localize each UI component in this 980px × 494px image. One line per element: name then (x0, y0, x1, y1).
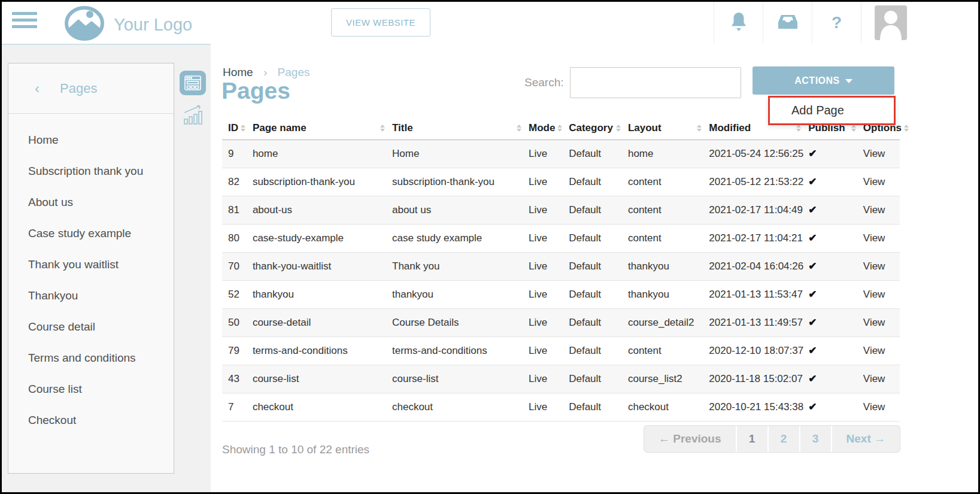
cell-layout: home (628, 140, 709, 168)
view-link[interactable]: View (863, 224, 900, 252)
hamburger-menu-icon[interactable] (12, 12, 37, 32)
sidebar-item-checkout[interactable]: Checkout (8, 405, 174, 436)
sort-arrows-icon[interactable] (851, 125, 856, 132)
cell-mode: Live (529, 337, 569, 365)
cell-category: Default (569, 140, 628, 168)
menu-item-add-page[interactable]: Add Page (770, 98, 894, 123)
publish-check-icon: ✔ (808, 365, 863, 393)
breadcrumb-separator: › (263, 66, 267, 78)
cell-modified: 2021-01-13 11:49:57 (709, 308, 808, 337)
cell-title: thankyou (392, 280, 529, 308)
cell-modified: 2021-02-04 16:04:26 (709, 252, 808, 280)
cell-layout: content (628, 224, 709, 252)
cell-modified: 2020-11-18 15:02:07 (709, 365, 808, 393)
cell-modified: 2021-02-17 11:04:49 (709, 196, 808, 224)
pages-table: IDPage nameTitleModeCategoryLayoutModifi… (222, 117, 900, 422)
notifications-button[interactable] (714, 2, 763, 44)
sort-arrows-icon[interactable] (904, 125, 909, 132)
previous-page-button[interactable]: ← Previous (644, 426, 737, 452)
publish-check-icon: ✔ (808, 337, 863, 365)
back-chevron-icon[interactable]: ‹ (35, 80, 40, 97)
sort-arrows-icon[interactable] (557, 125, 562, 132)
top-bar: Your Logo VIEW WEBSITE (2, 2, 978, 45)
view-link[interactable]: View (863, 365, 900, 393)
pages-module-icon[interactable] (180, 71, 206, 95)
cell-category: Default (569, 196, 628, 224)
bell-icon (730, 11, 748, 34)
page-button-3[interactable]: 3 (800, 426, 832, 452)
avatar (875, 5, 907, 40)
sidebar-item-course-list[interactable]: Course list (8, 374, 174, 405)
view-website-button[interactable]: VIEW WEBSITE (331, 8, 430, 37)
page-button-2[interactable]: 2 (769, 426, 800, 452)
column-header-mode[interactable]: Mode (529, 117, 569, 140)
sidebar-item-thank-you-waitlist[interactable]: Thank you waitlist (8, 249, 174, 280)
view-link[interactable]: View (863, 337, 900, 365)
logo[interactable]: Your Logo (63, 5, 192, 44)
cell-id: 52 (222, 280, 253, 308)
app-window: Your Logo VIEW WEBSITE (0, 0, 980, 494)
pagination: ← Previous 123 Next → (644, 425, 900, 453)
next-page-button[interactable]: Next → (832, 426, 900, 452)
cell-id: 80 (222, 224, 253, 252)
sort-arrows-icon[interactable] (697, 125, 702, 132)
view-link[interactable]: View (863, 393, 900, 421)
column-header-layout[interactable]: Layout (628, 117, 709, 140)
view-link[interactable]: View (863, 168, 900, 196)
view-link[interactable]: View (863, 308, 900, 337)
publish-check-icon: ✔ (808, 308, 863, 337)
logo-text: Your Logo (114, 15, 192, 35)
sidebar: ‹ Pages HomeSubscription thank youAbout … (8, 63, 174, 474)
sidebar-item-thankyou[interactable]: Thankyou (8, 280, 174, 311)
sort-arrows-icon[interactable] (517, 125, 521, 132)
cell-layout: content (628, 196, 709, 224)
user-menu[interactable] (861, 2, 978, 44)
sort-arrows-icon[interactable] (380, 125, 385, 132)
column-header-page-name[interactable]: Page name (253, 117, 392, 140)
page-number-buttons: 123 (737, 426, 832, 452)
search-input[interactable] (570, 67, 741, 98)
cell-page-name: course-detail (253, 308, 392, 337)
actions-button[interactable]: ACTIONS (753, 66, 894, 95)
sidebar-item-terms-and-conditions[interactable]: Terms and conditions (8, 343, 174, 374)
question-icon: ? (832, 13, 842, 32)
cell-modified: 2021-05-24 12:56:25 (709, 140, 808, 168)
cell-title: course-list (392, 365, 529, 393)
view-link[interactable]: View (863, 196, 900, 224)
cell-layout: course_detail2 (628, 308, 709, 337)
cell-page-name: subscription-thank-you (253, 168, 392, 196)
breadcrumb-home-link[interactable]: Home (223, 66, 253, 78)
sort-arrows-icon[interactable] (616, 125, 621, 132)
sidebar-item-subscription-thank-you[interactable]: Subscription thank you (8, 156, 174, 187)
column-label: Mode (529, 122, 555, 134)
view-link[interactable]: View (863, 140, 900, 168)
cell-layout: course_list2 (628, 365, 709, 393)
column-header-category[interactable]: Category (569, 117, 628, 140)
cell-mode: Live (529, 168, 569, 196)
sort-arrows-icon[interactable] (796, 125, 801, 132)
sort-arrows-icon[interactable] (241, 125, 245, 132)
cell-page-name: thankyou (253, 280, 392, 308)
sidebar-item-course-detail[interactable]: Course detail (8, 311, 174, 343)
breadcrumb-current: Pages (278, 66, 310, 78)
help-button[interactable]: ? (812, 2, 861, 44)
icon-rail (174, 63, 211, 127)
page-button-1[interactable]: 1 (737, 426, 769, 452)
view-link[interactable]: View (863, 280, 900, 308)
sidebar-title: Pages (60, 81, 97, 96)
actions-dropdown: Add Page (768, 96, 896, 125)
sidebar-page-list: HomeSubscription thank youAbout usCase s… (8, 114, 174, 436)
stats-module-icon[interactable] (180, 103, 206, 127)
page-title: Pages (222, 78, 290, 104)
sidebar-item-home[interactable]: Home (8, 125, 174, 156)
cell-page-name: terms-and-conditions (253, 337, 392, 365)
sidebar-item-about-us[interactable]: About us (8, 187, 174, 218)
cell-id: 70 (222, 252, 253, 280)
view-link[interactable]: View (863, 252, 900, 280)
cell-id: 9 (222, 140, 253, 168)
sidebar-item-case-study-example[interactable]: Case study example (8, 218, 174, 249)
inbox-button[interactable] (763, 2, 812, 44)
column-header-id[interactable]: ID (222, 117, 253, 140)
cell-mode: Live (529, 393, 569, 421)
column-header-title[interactable]: Title (392, 117, 529, 140)
